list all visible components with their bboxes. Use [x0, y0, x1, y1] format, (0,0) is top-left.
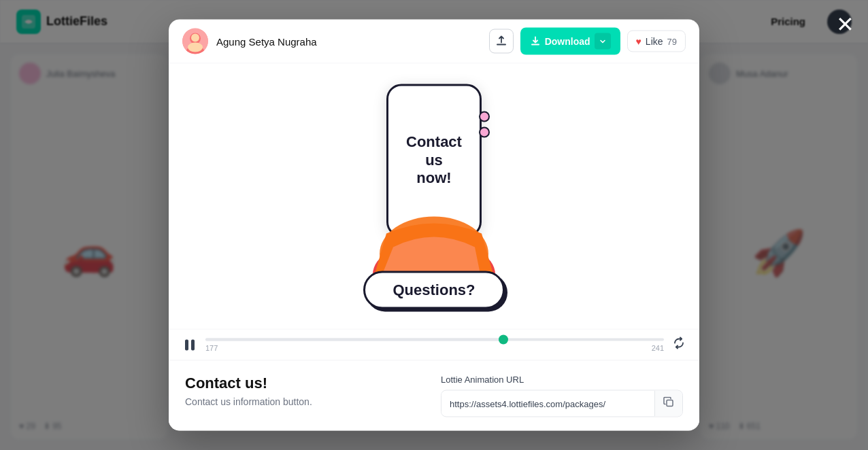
heart-icon: ♥	[636, 36, 641, 47]
phone-hand: Contact us now!	[359, 84, 509, 281]
frame-end: 241	[652, 343, 664, 351]
modal-info: Contact us! Contact us information butto…	[185, 375, 427, 417]
hand-area	[359, 199, 509, 281]
contact-illustration: Contact us now!	[359, 84, 509, 309]
player-controls: 177 241	[169, 329, 699, 360]
phone-dot-2	[479, 126, 490, 137]
phone-side-dots	[479, 111, 490, 137]
modal-bottom: Contact us! Contact us information butto…	[169, 360, 699, 431]
animation-title: Contact us!	[185, 375, 427, 392]
frame-start: 177	[205, 343, 218, 351]
svg-point-5	[188, 43, 203, 52]
like-button[interactable]: ♥ Like 79	[627, 31, 686, 52]
download-dropdown-arrow[interactable]	[595, 33, 611, 50]
svg-rect-6	[497, 44, 506, 46]
progress-container[interactable]: 177 241	[205, 338, 664, 351]
url-input-wrapper	[441, 390, 683, 417]
like-count: 79	[667, 36, 677, 46]
progress-thumb[interactable]	[499, 334, 508, 344]
modal-header: Agung Setya Nugraha Download	[169, 20, 699, 64]
progress-labels: 177 241	[205, 343, 664, 351]
phone-dot-1	[479, 111, 490, 122]
modal: Agung Setya Nugraha Download	[169, 20, 699, 431]
progress-track[interactable]	[205, 338, 664, 341]
like-label: Like	[646, 36, 663, 47]
progress-fill	[205, 338, 503, 341]
modal-actions: Download ♥ Like 79	[489, 28, 686, 55]
svg-rect-11	[191, 339, 195, 350]
pause-button[interactable]	[182, 337, 197, 352]
download-button[interactable]: Download	[520, 28, 620, 55]
modal-animation-area: Contact us now!	[169, 64, 699, 329]
modal-author-name: Agung Setya Nugraha	[216, 35, 481, 47]
svg-rect-10	[185, 339, 188, 350]
download-label: Download	[545, 36, 590, 47]
questions-bubble: Questions?	[363, 271, 504, 309]
url-input[interactable]	[441, 392, 654, 415]
url-label: Lottie Animation URL	[441, 375, 683, 385]
svg-point-4	[191, 34, 199, 42]
phone-text: Contact us now!	[406, 133, 462, 187]
modal-author-avatar	[182, 29, 208, 54]
hand-svg	[359, 199, 509, 281]
url-section: Lottie Animation URL	[441, 375, 683, 417]
svg-rect-7	[531, 44, 539, 46]
upload-button[interactable]	[489, 29, 514, 54]
copy-url-button[interactable]	[654, 391, 682, 417]
close-button[interactable]: ✕	[836, 14, 854, 35]
svg-rect-12	[667, 400, 673, 406]
animation-description: Contact us information button.	[185, 396, 427, 407]
repeat-button[interactable]	[672, 336, 686, 353]
